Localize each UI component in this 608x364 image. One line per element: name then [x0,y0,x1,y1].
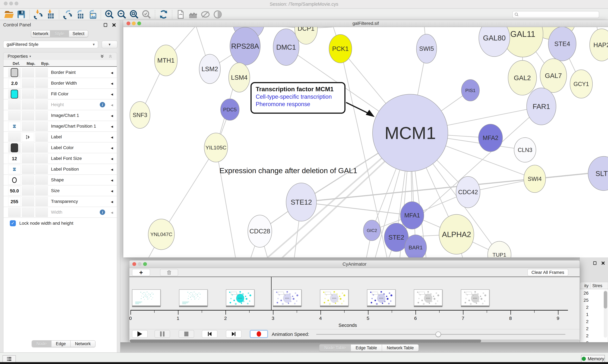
network-node-STE12[interactable]: STE12 [286,183,317,221]
mcm1-annotation-box[interactable]: Transcription factor MCM1 Cell-type-spec… [250,82,345,114]
tab-network[interactable]: Network [31,30,50,37]
refresh-layout-icon[interactable] [158,9,169,19]
frame-thumbnail-1s[interactable] [179,289,207,306]
previous-frame-button[interactable] [202,330,217,338]
cyanimator-titlebar[interactable]: CyAnimator [129,260,580,268]
default-value-cell[interactable] [8,90,21,99]
network-node-CDC42[interactable]: CDC42 [456,176,480,208]
float-panel-icon[interactable] [593,261,597,265]
default-value-cell[interactable] [8,176,21,185]
default-value-cell[interactable] [8,208,21,217]
stop-button[interactable] [179,330,194,338]
add-frame-button[interactable]: + [132,269,150,276]
import-table-icon[interactable] [45,9,55,19]
property-row-image-chart-position-1[interactable]: Image/Chart Position 1◂ [3,121,117,132]
info-icon[interactable]: i [100,102,105,107]
info-icon[interactable]: i [100,209,105,215]
frame-thumbnail-6s[interactable]: MCM1 [414,289,442,306]
default-value-cell[interactable]: 50.0 [8,186,21,195]
frame-thumbnail-2s[interactable]: MCM1 [226,289,254,306]
mapping-cell[interactable] [22,186,34,195]
bypass-cell[interactable] [35,165,48,174]
table-scrollbar-thumb[interactable] [604,291,607,309]
show-details-icon[interactable] [213,9,223,19]
table-cell[interactable]: 2 [580,304,590,311]
window-close-light[interactable] [4,1,8,5]
network-node-LSM4[interactable]: LSM4 [229,63,250,92]
expand-row-arrow-icon[interactable]: ◂ [111,210,113,215]
property-row-fill-color[interactable]: Fill Color◂ [3,89,117,99]
properties-header[interactable]: Properties ▾ [3,52,117,60]
property-row-label-color[interactable]: Label Color◂ [3,143,117,153]
table-cell[interactable]: 2 [580,332,590,339]
network-node-MFA2[interactable]: MFA2 [479,124,503,152]
tab-edge-table[interactable]: Edge Table [351,345,382,351]
table-cell[interactable]: 25 [580,297,590,304]
tab-select[interactable]: Select [69,30,88,37]
clear-all-frames-button[interactable]: Clear All Frames [527,269,568,276]
network-node-BAR1[interactable]: BAR1 [405,235,427,258]
import-network-icon[interactable] [33,9,43,19]
expand-row-arrow-icon[interactable]: ◂ [111,81,113,86]
network-node-LSM2[interactable]: LSM2 [199,54,221,84]
zoom-in-icon[interactable] [104,9,114,19]
property-row-label-position[interactable]: Label Position◂ [3,164,117,175]
default-value-cell[interactable] [8,100,21,109]
save-session-icon[interactable] [16,9,26,19]
tab-network[interactable]: Network [71,341,95,347]
property-row-size[interactable]: 50.0Size◂ [3,185,117,196]
expand-row-arrow-icon[interactable]: ◂ [111,199,113,204]
bypass-cell[interactable] [35,100,48,109]
table-cell[interactable]: 2 [580,339,590,342]
style-selector[interactable]: galFiltered Style ▾ [3,41,98,48]
mapping-cell[interactable] [22,154,34,163]
window-minimize-light[interactable] [138,262,141,266]
next-frame-button[interactable] [226,330,241,338]
mapping-cell[interactable] [22,197,34,206]
tab-network-table[interactable]: Network Table [382,345,419,351]
bypass-cell[interactable] [35,79,48,88]
network-node-HAP2[interactable]: HAP2 [590,29,608,61]
bypass-cell[interactable] [35,132,48,142]
window-close-light[interactable] [126,22,130,25]
network-node-CLN3[interactable]: CLN3 [514,138,536,162]
bypass-cell[interactable] [35,143,48,152]
close-panel-icon[interactable] [112,23,116,27]
export-image-icon[interactable] [87,9,97,19]
search-box[interactable] [512,11,599,18]
network-node-SWI4[interactable]: SWI4 [524,165,546,193]
network-node-MTH1[interactable]: MTH1 [154,45,177,76]
mapping-cell[interactable] [22,122,34,131]
network-node-SWI5[interactable]: SWI5 [416,34,437,63]
network-node-PCK1[interactable]: PCK1 [329,35,352,63]
network-edge[interactable] [216,147,237,258]
annotation-link[interactable]: Pheromone response [256,101,340,107]
window-zoom-light[interactable] [14,1,18,5]
tab-node-table[interactable]: Node Table [319,345,351,351]
expand-row-arrow-icon[interactable]: ◂ [111,135,113,140]
first-neighbors-icon[interactable] [188,9,198,19]
network-node-FAR1[interactable]: FAR1 [527,88,556,125]
mapping-cell[interactable] [22,176,34,185]
property-row-label[interactable]: Label◂ [3,132,117,143]
bypass-cell[interactable] [35,122,48,131]
mapping-cell[interactable] [22,165,34,174]
mapping-cell[interactable] [22,90,34,99]
column-header[interactable]: ity [584,283,589,288]
frame-thumbnail-4s[interactable]: MCM1 [320,289,348,306]
bypass-cell[interactable] [35,186,48,195]
default-value-cell[interactable] [8,165,21,174]
style-options-button[interactable]: ▾ [102,41,117,48]
default-value-cell[interactable]: 12 [8,154,21,163]
expand-row-arrow-icon[interactable]: ◂ [111,156,113,161]
bypass-cell[interactable] [35,208,48,217]
property-row-shape[interactable]: Shape◂ [3,175,117,185]
default-value-cell[interactable] [8,68,21,77]
frame-thumbnail-7s[interactable]: MCM1 [461,289,489,306]
default-value-cell[interactable]: 2.0 [8,79,21,88]
close-panel-icon[interactable] [601,261,605,265]
animation-speed-slider-thumb[interactable] [436,332,441,337]
table-cell[interactable]: 1 [580,311,590,318]
expand-row-arrow-icon[interactable]: ◂ [111,102,113,107]
search-input[interactable] [519,12,597,18]
